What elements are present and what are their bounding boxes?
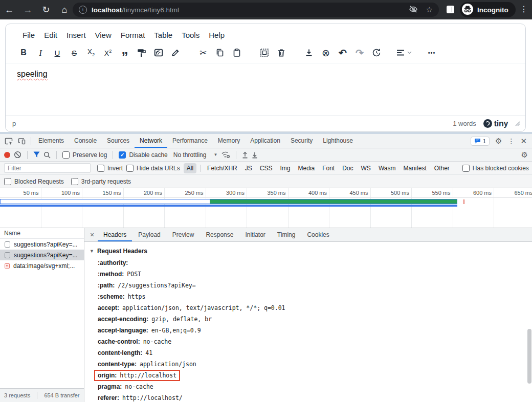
request-row[interactable]: suggestions?apiKey=...: [0, 239, 84, 250]
devtools-tab[interactable]: Network: [135, 135, 167, 148]
request-type-filter[interactable]: Img: [277, 163, 293, 173]
paint-roller-button[interactable]: [134, 46, 149, 60]
clear-icon[interactable]: [14, 151, 21, 159]
third-party-requests-checkbox[interactable]: [71, 178, 78, 185]
throttling-select[interactable]: No throttling ▼: [173, 151, 218, 159]
devtools-tab[interactable]: Memory: [213, 135, 245, 148]
search-icon[interactable]: [43, 151, 51, 159]
superscript-button[interactable]: X2: [100, 46, 116, 60]
device-toolbar-icon[interactable]: [15, 137, 29, 145]
word-count[interactable]: 1 words: [453, 120, 476, 127]
detail-tab[interactable]: Timing: [272, 229, 301, 241]
network-overview[interactable]: 50 ms100 ms150 ms200 ms250 ms300 ms350 m…: [0, 188, 532, 228]
scrollbar-thumb[interactable]: [527, 329, 531, 384]
request-row[interactable]: suggestions?apiKey=...: [0, 250, 84, 260]
menu-item[interactable]: File: [18, 29, 39, 41]
hide-data-urls-label[interactable]: Hide data URLs: [137, 165, 180, 172]
filter-funnel-icon[interactable]: [33, 151, 40, 158]
request-type-filter[interactable]: Other: [431, 163, 453, 173]
disable-cache-label[interactable]: Disable cache: [129, 151, 167, 159]
requests-name-header[interactable]: Name: [0, 228, 84, 239]
detail-tab[interactable]: Headers: [98, 229, 132, 241]
issues-badge[interactable]: 1: [471, 137, 490, 146]
hide-data-urls-checkbox[interactable]: [126, 165, 134, 172]
close-details-icon[interactable]: ×: [87, 231, 97, 239]
menu-item[interactable]: Table: [149, 29, 177, 41]
network-conditions-icon[interactable]: [221, 151, 230, 159]
request-type-filter[interactable]: CSS: [257, 163, 276, 173]
blocked-requests-label[interactable]: Blocked Requests: [14, 178, 64, 185]
preserve-log-checkbox[interactable]: [62, 151, 70, 159]
request-type-filter[interactable]: Fetch/XHR: [204, 163, 240, 173]
undo-button[interactable]: ↶: [335, 46, 350, 60]
menu-item[interactable]: View: [91, 29, 116, 41]
request-type-filter[interactable]: All: [184, 163, 196, 173]
request-row[interactable]: data:image/svg+xml;...: [0, 260, 84, 271]
detail-tab[interactable]: Payload: [132, 229, 166, 241]
more-button[interactable]: •••: [424, 46, 439, 60]
network-filter-input[interactable]: [4, 163, 91, 173]
side-panel-icon[interactable]: [447, 6, 454, 13]
request-type-filter[interactable]: Wasm: [375, 163, 399, 173]
underline-button[interactable]: U: [50, 46, 65, 60]
detail-tab[interactable]: Initiator: [239, 229, 271, 241]
redo-button[interactable]: ↷: [352, 46, 367, 60]
site-info-icon[interactable]: i: [79, 6, 87, 14]
inspect-element-icon[interactable]: [2, 137, 15, 145]
invert-checkbox[interactable]: [97, 165, 104, 172]
browser-menu-kebab-icon[interactable]: ⋮: [519, 4, 529, 14]
request-type-filter[interactable]: Font: [319, 163, 338, 173]
devtools-tab[interactable]: Lighthouse: [318, 135, 358, 148]
detail-tab[interactable]: Response: [200, 229, 239, 241]
menu-item[interactable]: Edit: [39, 29, 62, 41]
record-icon[interactable]: [4, 152, 10, 158]
editor-content[interactable]: speeling: [6, 63, 525, 117]
blocked-requests-checkbox[interactable]: [4, 178, 11, 185]
eye-off-icon[interactable]: [409, 5, 418, 15]
menu-item[interactable]: Insert: [62, 29, 91, 41]
cut-button[interactable]: ✂: [195, 46, 211, 60]
blockquote-button[interactable]: ”: [117, 46, 132, 60]
element-path[interactable]: p: [12, 120, 16, 127]
history-button[interactable]: [369, 46, 384, 60]
select-all-button[interactable]: [257, 46, 272, 60]
forward-icon[interactable]: →: [18, 5, 37, 15]
home-icon[interactable]: ⌂: [55, 5, 74, 15]
request-type-filter[interactable]: Media: [295, 163, 318, 173]
devtools-tab[interactable]: Security: [285, 135, 318, 148]
tiny-logo[interactable]: tiny: [483, 119, 508, 128]
has-blocked-cookies-label[interactable]: Has blocked cookies: [473, 165, 529, 172]
export-har-icon[interactable]: [242, 151, 248, 159]
devtools-tab[interactable]: Console: [69, 135, 102, 148]
reload-icon[interactable]: ↻: [37, 4, 55, 15]
disable-cache-checkbox[interactable]: [119, 151, 126, 159]
import-har-icon[interactable]: [252, 151, 258, 159]
preserve-log-label[interactable]: Preserve log: [73, 151, 107, 159]
strikethrough-button[interactable]: S: [66, 46, 82, 60]
third-party-requests-label[interactable]: 3rd-party requests: [81, 178, 131, 185]
trash-button[interactable]: [274, 46, 289, 60]
request-type-filter[interactable]: JS: [242, 163, 255, 173]
address-bar[interactable]: i localhost/tinymce/tiny6.html ☆: [73, 3, 439, 17]
request-type-filter[interactable]: Doc: [339, 163, 356, 173]
align-button[interactable]: [396, 46, 412, 60]
network-settings-gear-icon[interactable]: ⚙: [521, 150, 528, 160]
menu-item[interactable]: Format: [116, 29, 150, 41]
media-frame-button[interactable]: [151, 46, 166, 60]
menu-item[interactable]: Help: [204, 29, 229, 41]
has-blocked-cookies-checkbox[interactable]: [462, 165, 470, 172]
menu-item[interactable]: Tools: [177, 29, 204, 41]
devtools-settings-gear-icon[interactable]: ⚙: [495, 137, 502, 146]
subscript-button[interactable]: X2: [83, 46, 99, 60]
cancel-button[interactable]: ⊗: [318, 46, 334, 60]
detail-tab[interactable]: Cookies: [301, 229, 335, 241]
italic-button[interactable]: I: [33, 46, 48, 60]
request-type-filter[interactable]: WS: [358, 163, 374, 173]
bold-button[interactable]: B: [16, 46, 31, 60]
devtools-tab[interactable]: Sources: [102, 135, 135, 148]
devtools-close-icon[interactable]: ✕: [520, 137, 527, 146]
request-headers-section[interactable]: ▼ Request Headers: [90, 246, 532, 256]
request-type-filter[interactable]: Manifest: [400, 163, 429, 173]
download-button[interactable]: [301, 46, 317, 60]
devtools-menu-kebab-icon[interactable]: ⋮: [507, 137, 515, 145]
